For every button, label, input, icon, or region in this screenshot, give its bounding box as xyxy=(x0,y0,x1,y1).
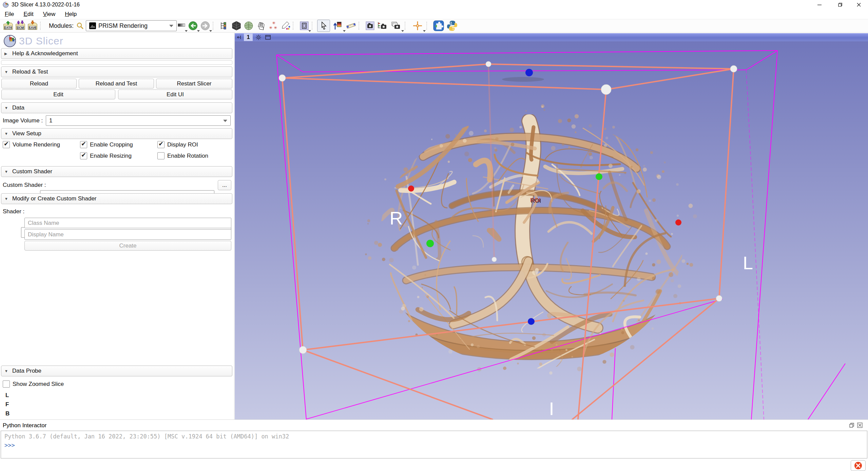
toolbar-separator xyxy=(293,22,296,30)
extensions-icon xyxy=(433,20,444,32)
toolbar-separator xyxy=(426,22,430,30)
volume-rendering-checkbox[interactable]: Volume Rendering xyxy=(3,141,60,148)
chevron-down-icon xyxy=(423,30,426,32)
display-name-input[interactable] xyxy=(24,229,231,240)
scene-view-button[interactable] xyxy=(376,20,388,32)
create-shader-button[interactable]: Create xyxy=(24,241,231,251)
load-data-button[interactable]: DATA xyxy=(2,20,14,32)
place-markup-button[interactable] xyxy=(330,20,345,32)
pin-collapse-icon[interactable] xyxy=(236,35,242,40)
menu-edit[interactable]: Edit xyxy=(19,11,38,18)
menu-help[interactable]: Help xyxy=(60,11,81,18)
chevron-down-icon xyxy=(223,120,227,122)
close-button[interactable] xyxy=(851,0,867,9)
section-help-acknowledgement[interactable]: ▶ Help & Acknowledgement xyxy=(1,48,232,59)
class-name-input[interactable] xyxy=(24,218,231,228)
python-console-button[interactable] xyxy=(445,20,459,32)
python-banner: Python 3.6.7 (default, Jan 16 2022, 23:2… xyxy=(4,433,864,440)
section-modify-create-shader[interactable]: ▼ Modify or Create Custom Shader xyxy=(1,193,232,204)
menu-view[interactable]: View xyxy=(38,11,60,18)
reload-and-test-button[interactable]: Reload and Test xyxy=(79,79,154,89)
checkbox-box[interactable] xyxy=(3,380,10,388)
checkbox-box[interactable] xyxy=(80,152,87,159)
enable-resizing-checkbox[interactable]: Enable Resizing xyxy=(80,152,132,159)
screenshot-button[interactable] xyxy=(364,20,376,32)
ruler-icon xyxy=(346,21,356,31)
mesh-module-button[interactable] xyxy=(255,20,267,32)
dark-cube-icon xyxy=(231,21,242,31)
edit-ui-button[interactable]: Edit UI xyxy=(118,90,232,99)
float-panel-icon[interactable] xyxy=(849,423,854,428)
mesh-cube-icon xyxy=(256,21,266,31)
viewport-3d[interactable]: R L I ROI ROI xyxy=(235,41,868,419)
checkbox-box[interactable] xyxy=(157,152,165,159)
reload-button[interactable]: Reload xyxy=(1,79,77,89)
module-search-icon[interactable] xyxy=(76,22,84,30)
toolbar-separator xyxy=(359,22,362,30)
checkbox-box[interactable] xyxy=(80,141,87,148)
python-console[interactable]: Python 3.6.7 (default, Jan 16 2022, 23:2… xyxy=(1,431,867,458)
maximize-view-icon[interactable] xyxy=(265,34,271,40)
screenshot-camera-icon xyxy=(365,21,375,31)
image-volume-label: Image Volume : xyxy=(3,117,43,124)
image-volume-combobox[interactable]: 1 xyxy=(46,115,231,126)
checkbox-box[interactable] xyxy=(157,141,165,148)
section-data[interactable]: ▼ Data xyxy=(1,102,232,113)
mouse-interaction-button[interactable] xyxy=(317,20,330,32)
restore-button[interactable] xyxy=(832,0,848,9)
chevron-down-icon xyxy=(209,30,212,32)
svg-text:✳: ✳ xyxy=(269,25,272,30)
selected-module: PRISM Rendering xyxy=(98,22,148,30)
error-log-button[interactable] xyxy=(851,460,866,471)
back-arrow-icon xyxy=(188,21,198,31)
crosshair-button[interactable] xyxy=(410,20,425,32)
menu-file[interactable]: File xyxy=(0,11,19,18)
measurements-button[interactable] xyxy=(345,20,357,32)
restart-slicer-button[interactable]: Restart Slicer xyxy=(156,79,232,89)
section-view-setup[interactable]: ▼ View Setup xyxy=(1,128,232,139)
capture-toolbar-button[interactable] xyxy=(388,20,403,32)
layout-selector-button[interactable] xyxy=(298,20,310,32)
load-dicom-button[interactable]: DCM xyxy=(14,20,26,32)
section-custom-shader[interactable]: ▼ Custom Shader xyxy=(1,166,232,177)
help-section-body xyxy=(1,60,232,65)
view-controls-icon[interactable] xyxy=(255,34,262,40)
module-title: 3D Slicer xyxy=(19,35,63,47)
extensions-manager-button[interactable] xyxy=(432,20,445,32)
toolbar-separator xyxy=(405,22,408,30)
show-zoomed-slice-checkbox[interactable]: Show Zoomed Slice xyxy=(3,380,64,388)
slicer-window: 3D Slicer 4.13.0-2022-01-16 File Edit Vi… xyxy=(0,0,868,471)
module-back-button[interactable] xyxy=(187,20,199,32)
volume-rendering-module-button[interactable] xyxy=(230,20,243,32)
enable-rotation-checkbox[interactable]: Enable Rotation xyxy=(157,152,208,159)
module-forward-button[interactable] xyxy=(199,20,211,32)
module-selector-combobox[interactable]: PRISM Rendering xyxy=(86,20,177,31)
shader-options-button[interactable]: ... xyxy=(218,180,231,190)
checkbox-box[interactable] xyxy=(3,141,10,148)
annotations-module-button[interactable] xyxy=(279,20,291,32)
close-panel-icon[interactable] xyxy=(857,423,863,428)
modules-label: Modules: xyxy=(49,22,74,30)
markups-module-button[interactable]: ✳ ✳ ✳ xyxy=(267,20,279,32)
module-hierarchy-icon xyxy=(219,21,229,31)
module-hierarchy-button[interactable] xyxy=(218,20,230,32)
module-history-button[interactable] xyxy=(177,20,187,32)
slicer-logo-icon xyxy=(3,35,16,47)
fiducial-markers-icon: ✳ ✳ ✳ xyxy=(268,21,278,31)
probe-row-b: B xyxy=(5,410,9,417)
section-data-probe[interactable]: ▼ Data Probe xyxy=(1,366,232,376)
enable-cropping-checkbox[interactable]: Enable Cropping xyxy=(80,141,133,148)
crosshair-icon xyxy=(412,21,423,31)
display-roi-checkbox[interactable]: Display ROI xyxy=(157,141,198,148)
svg-text:SAVE: SAVE xyxy=(29,26,37,30)
python-interactor-panel: Python Interactor Python 3.6.7 (default,… xyxy=(0,419,868,459)
edit-button[interactable]: Edit xyxy=(1,90,115,99)
capture-stack-icon xyxy=(390,21,401,31)
models-module-button[interactable] xyxy=(243,20,255,32)
python-prompt[interactable]: >>> xyxy=(4,442,864,449)
save-button[interactable]: SAVE xyxy=(26,20,39,32)
section-reload-test[interactable]: ▼ Reload & Test xyxy=(1,66,232,77)
minimize-button[interactable] xyxy=(812,0,827,9)
chevron-down-icon xyxy=(169,25,173,27)
pointer-cursor-icon xyxy=(319,21,328,30)
